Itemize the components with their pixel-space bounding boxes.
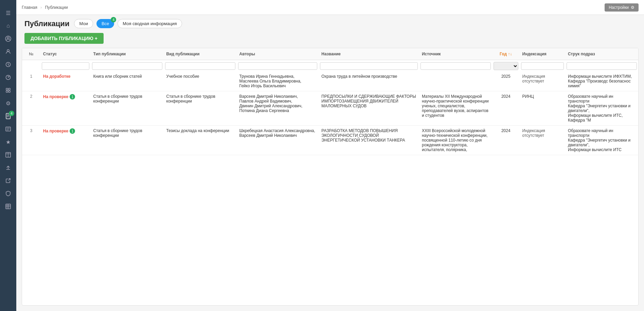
filter-type-input[interactable] [92,62,162,70]
table-row: 1 На доработке Книга или сборник статей … [22,71,638,91]
col-index: Индексация [520,48,565,60]
row2-authors: Варсеев Дмитрий Николаевич, Павлов Андре… [237,91,319,126]
table-row: 2 На проверке 1 Статья в сборнике трудов… [22,91,638,126]
row3-struct: Образовате научный ин транспортиКафедра … [565,126,638,155]
col-type: Тип публикации [91,48,164,60]
row2-year: 2024 [492,91,520,126]
filter-struct-input[interactable] [567,62,637,70]
settings-gear-icon: ⚙ [631,5,634,10]
list-icon[interactable] [1,123,15,135]
filter-type[interactable] [91,60,164,72]
svg-point-1 [7,37,9,39]
col-struct: Струк подраз [565,48,638,60]
row3-badge: 1 [70,128,75,134]
row2-num: 2 [22,91,40,126]
filter-struct[interactable] [565,60,638,72]
filter-index[interactable] [520,60,565,72]
add-button-wrap: ДОБАВИТЬ ПУБЛИКАЦИЮ + [16,31,644,48]
doc-badge: 4 [9,111,14,116]
upload-icon[interactable] [1,162,15,174]
row3-authors: Шкребецкая Анастасия Александровна, Варс… [237,126,319,155]
filter-view[interactable] [164,60,237,72]
col-source: Источник [419,48,492,60]
table-icon[interactable] [1,149,15,161]
row2-badge: 1 [70,94,75,99]
table-row: 3 На проверке 1 Статья в сборнике трудов… [22,126,638,155]
main-content: Главная › Публикации Настройки ⚙ Публика… [16,0,644,311]
filter-year-select[interactable] [494,62,518,70]
tab-all-badge: 4 [111,17,116,22]
add-publication-button[interactable]: ДОБАВИТЬ ПУБЛИКАЦИЮ + [24,33,104,44]
filter-source[interactable] [419,60,492,72]
filter-name-input[interactable] [320,62,418,70]
tab-all-label: Все [102,21,109,26]
svg-rect-8 [8,91,10,92]
clock-icon[interactable] [1,58,15,71]
row1-name: Охрана труда в литейном производстве [319,71,419,91]
row1-num: 1 [22,71,40,91]
settings-button[interactable]: Настройки ⚙ [605,3,639,12]
row1-type: Книга или сборник статей [91,71,164,91]
tab-summary-label: Моя сводная информация [123,21,177,26]
row2-status-text: На проверке [43,94,68,99]
home-icon[interactable]: ⌂ [1,20,15,32]
col-view: Вид публикации [164,48,237,60]
row1-status: На доработке [40,71,91,91]
breadcrumb: Главная › Публикации [22,5,68,10]
filter-status[interactable] [40,60,91,72]
row2-view: Статья в сборнике трудов конференции [164,91,237,126]
filter-authors-input[interactable] [238,62,318,70]
filter-source-input[interactable] [421,62,491,70]
filter-status-input[interactable] [42,62,89,70]
row2-name: ПРЕДПОСЫЛКИ И СДЕРЖИВАЮЩИЕ ФАКТОРЫ ИМПОР… [319,91,419,126]
filter-num [22,60,40,72]
row2-type: Статья в сборнике трудов конференции [91,91,164,126]
table-header-row: № Статус Тип публикации Вид публикации А… [22,48,638,60]
tab-my[interactable]: Мои [74,19,93,28]
row2-status: На проверке 1 [40,91,91,126]
row1-source [419,71,492,91]
row3-status: На проверке 1 [40,126,91,155]
user-circle-icon[interactable] [1,33,15,45]
svg-rect-14 [6,204,11,209]
row3-view: Тезисы доклада на конференции [164,126,237,155]
page-header: Публикации Мои Все 4 Моя сводная информа… [16,15,644,31]
filter-index-input[interactable] [521,62,564,70]
row3-name: РАЗРАБОТКА МЕТОДОВ ПОВЫШЕНИЯ ЭКОЛОГИЧНОС… [319,126,419,155]
puzzle-icon[interactable] [1,84,15,96]
publications-table-wrap: № Статус Тип публикации Вид публикации А… [22,48,639,306]
topbar: Главная › Публикации Настройки ⚙ [16,0,644,15]
person-icon[interactable] [1,45,15,58]
breadcrumb-sep: › [40,5,42,10]
filter-view-input[interactable] [165,62,235,70]
publications-table: № Статус Тип публикации Вид публикации А… [22,48,638,155]
sidebar: ☰ ⌂ ⚙ 4 ★ [0,0,16,311]
row1-struct: Информаци вычислите ИФХТИМ,Кафедра "Прои… [565,71,638,91]
row1-index: Индексация отсутствует [520,71,565,91]
gear-icon[interactable]: ⚙ [1,97,15,109]
row3-source: XXIII Всероссийской молодежной научно-те… [419,126,492,155]
chart-icon[interactable] [1,71,15,84]
filter-row [22,60,638,71]
star-icon[interactable]: ★ [1,136,15,148]
filter-year[interactable] [492,60,520,72]
breadcrumb-current: Публикации [45,5,68,10]
breadcrumb-home[interactable]: Главная [22,5,37,10]
shield-icon[interactable] [1,187,15,200]
col-year[interactable]: Год ↑↓ [492,48,520,60]
filter-authors[interactable] [237,60,319,72]
row1-authors: Трунова Ирина Геннадьевна, Маслеева Ольг… [237,71,319,91]
filter-name[interactable] [319,60,419,72]
tab-summary[interactable]: Моя сводная информация [118,19,182,28]
row3-year: 2024 [492,126,520,155]
menu-icon[interactable]: ☰ [1,7,15,19]
row3-type: Статья в сборнике трудов конференции [91,126,164,155]
grid-icon[interactable] [1,200,15,213]
col-name: Название [319,48,419,60]
row1-year: 2025 [492,71,520,91]
row2-source: Материалы XII Международной научно-практ… [419,91,492,126]
svg-rect-5 [6,88,8,90]
export-icon[interactable] [1,175,15,187]
settings-label: Настройки [609,5,629,10]
col-status: Статус [40,48,91,60]
